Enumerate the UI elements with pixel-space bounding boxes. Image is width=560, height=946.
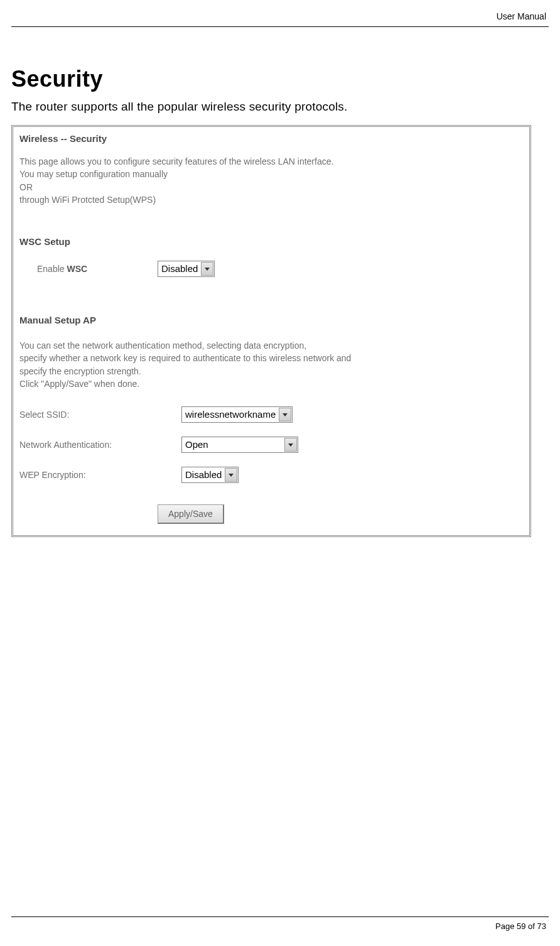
chevron-down-icon (201, 262, 213, 276)
select-ssid-row: Select SSID: wirelessnetworkname (19, 406, 523, 423)
page-number: Page 59 of 73 (495, 922, 546, 931)
chevron-down-icon (279, 408, 291, 421)
chevron-down-icon (284, 438, 297, 452)
network-auth-label: Network Authentication: (19, 440, 181, 450)
enable-wsc-label-strong: WSC (67, 264, 87, 274)
enable-wsc-label: Enable WSC (19, 264, 158, 274)
wep-encryption-row: WEP Encryption: Disabled (19, 467, 523, 483)
select-ssid-value: wirelessnetworkname (182, 407, 279, 422)
security-panel: Wireless -- Security This page allows yo… (11, 125, 531, 537)
apply-save-button[interactable]: Apply/Save (158, 504, 224, 524)
header-rule (11, 26, 549, 27)
select-ssid-select[interactable]: wirelessnetworkname (181, 406, 293, 423)
chevron-down-icon (225, 468, 237, 482)
footer-rule (11, 916, 549, 917)
wsc-section-title: WSC Setup (19, 236, 523, 247)
network-auth-select[interactable]: Open (181, 437, 298, 453)
panel-title: Wireless -- Security (19, 133, 523, 144)
network-auth-value: Open (182, 437, 212, 452)
panel-intro-text: This page allows you to configure securi… (19, 155, 523, 206)
network-auth-row: Network Authentication: Open (19, 437, 523, 453)
enable-wsc-label-prefix: Enable (37, 264, 67, 274)
enable-wsc-select[interactable]: Disabled (158, 261, 215, 277)
apply-row: Apply/Save (19, 504, 523, 524)
wep-encryption-select[interactable]: Disabled (181, 467, 239, 483)
wep-encryption-value: Disabled (182, 467, 225, 482)
wep-encryption-label: WEP Encryption: (19, 470, 181, 480)
doc-header-label: User Manual (497, 11, 546, 21)
manual-section-title: Manual Setup AP (19, 315, 523, 325)
enable-wsc-row: Enable WSC Disabled (19, 261, 523, 277)
select-ssid-label: Select SSID: (19, 410, 181, 420)
page-heading: Security (11, 66, 549, 92)
enable-wsc-select-value: Disabled (158, 261, 201, 276)
manual-description: You can set the network authentication m… (19, 339, 523, 390)
page-intro: The router supports all the popular wire… (11, 100, 549, 114)
